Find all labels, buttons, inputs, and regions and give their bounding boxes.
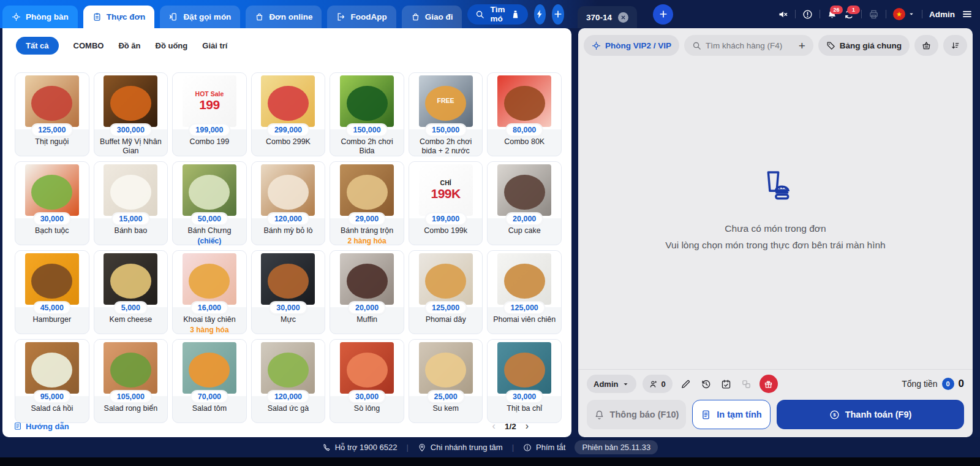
main-menu-button[interactable] <box>962 9 973 20</box>
basket-button[interactable] <box>914 35 938 56</box>
product-card[interactable]: 30,000Sò lông <box>330 339 404 423</box>
product-price: 125,000 <box>426 302 466 313</box>
menu-search-placeholder: Tìm mó <box>490 5 505 23</box>
reservation-button[interactable] <box>719 379 733 389</box>
product-card[interactable]: 120,000Bánh mỳ bỏ lò <box>251 161 326 245</box>
print-provisional-button[interactable]: In tạm tính <box>692 400 771 429</box>
product-card[interactable]: 30,000Mực <box>251 250 326 334</box>
product-card[interactable]: 125,000Phomai viên chiên <box>487 250 562 334</box>
product-card[interactable]: 125,000Phomai dây <box>409 250 483 334</box>
alerts-button[interactable] <box>802 9 813 20</box>
plus-icon <box>553 9 563 19</box>
product-name: Bạch tuộc <box>18 226 86 235</box>
dollar-icon: $ <box>829 410 840 420</box>
product-price: 105,000 <box>111 391 151 402</box>
nav-tabs: Phòng bànThực đơnĐặt gọi mónĐơn onlineFo… <box>2 0 467 28</box>
history-button[interactable] <box>699 379 713 389</box>
add-customer-button[interactable]: + <box>799 40 805 52</box>
category-combo[interactable]: COMBO <box>74 41 104 50</box>
product-card[interactable]: HOT Sale199199,000Combo 199 <box>172 72 247 156</box>
category-do-uong[interactable]: Đồ uống <box>156 41 188 50</box>
divider <box>795 10 796 18</box>
language-selector[interactable]: ★ <box>893 8 915 20</box>
flag-vn-icon: ★ <box>893 8 905 20</box>
shortcuts-link[interactable]: Phím tắt <box>523 443 565 452</box>
product-card[interactable]: 29,000Bánh tráng trộn2 hàng hóa <box>330 161 404 245</box>
product-card[interactable]: 105,000Salad rong biển <box>94 339 168 423</box>
category-tabs: Tất cảCOMBOĐồ ănĐồ uốngGiải trí <box>2 28 571 55</box>
product-name: Salad cá hồi <box>18 404 86 413</box>
product-price: 30,000 <box>34 213 70 224</box>
guide-link[interactable]: Hướng dẫn <box>13 422 69 431</box>
seller-selector[interactable]: Admin <box>587 375 636 393</box>
quick-sale-button[interactable] <box>534 4 546 25</box>
room-selector[interactable]: Phòng VIP2 / VIP <box>584 35 679 56</box>
product-card[interactable]: 20,000Muffin <box>330 250 404 334</box>
product-card[interactable]: 30,000Thịt ba chỉ <box>487 339 562 423</box>
close-order-tab-button[interactable] <box>618 12 628 23</box>
product-price: 150,000 <box>426 124 466 136</box>
product-card[interactable]: 50,000Bánh Chưng(chiếc) <box>172 161 247 245</box>
product-card[interactable]: 15,000Bánh bao <box>94 161 168 245</box>
product-card[interactable]: 299,000Combo 299K <box>251 72 326 156</box>
pay-button[interactable]: $ Thanh toán (F9) <box>777 400 964 429</box>
new-order-tab-button[interactable] <box>653 4 673 25</box>
product-card[interactable]: 5,000Kem cheese <box>94 250 168 334</box>
tab-thuc-don[interactable]: Thực đơn <box>83 6 155 28</box>
table-icon <box>592 41 601 50</box>
product-card[interactable]: 70,000Salad tôm <box>172 339 247 423</box>
print-button[interactable] <box>869 9 879 20</box>
next-page-button[interactable]: › <box>526 421 529 431</box>
category-giai-tri[interactable]: Giải trí <box>202 41 227 50</box>
product-card[interactable]: 150,000Combo 2h chơi Bida <box>330 72 404 156</box>
caret-down-icon <box>908 10 915 18</box>
gift-icon <box>764 380 773 389</box>
tab-phong-ban[interactable]: Phòng bàn <box>2 6 78 28</box>
tab-giao-di[interactable]: Giao đi <box>402 6 462 28</box>
split-order-button[interactable] <box>739 379 753 389</box>
customer-search-input[interactable]: Tìm khách hàng (F4) + <box>684 35 813 56</box>
product-name: Combo 2h chơi Bida <box>333 137 401 156</box>
product-card[interactable]: 95,000Salad cá hồi <box>15 339 89 423</box>
product-price: 125,000 <box>505 302 545 313</box>
pin-icon <box>418 443 426 452</box>
divider: | <box>406 443 408 452</box>
menu-search-input[interactable]: Tìm mó <box>467 4 527 25</box>
price-list-selector[interactable]: Bảng giá chung <box>818 35 910 56</box>
notify-button[interactable]: Thông báo (F10) <box>587 400 686 429</box>
product-card[interactable]: 80,000Combo 80K <box>487 72 562 156</box>
prev-page-button[interactable]: ‹ <box>492 421 496 431</box>
total-value: 0 <box>959 378 964 390</box>
product-card[interactable]: 45,000Hamburger <box>15 250 89 334</box>
sort-button[interactable] <box>943 35 967 56</box>
product-card[interactable]: CHỈ199K199,000Combo 199k <box>409 161 483 245</box>
product-image: 125,000 <box>488 251 561 307</box>
sync-button[interactable]: 1 <box>844 9 854 20</box>
pagination: ‹ 1/2 › <box>492 421 529 431</box>
info-icon <box>523 443 532 452</box>
category-tat-ca[interactable]: Tất cả <box>16 37 59 55</box>
add-item-button[interactable] <box>552 4 564 25</box>
user-menu[interactable]: Admin <box>929 10 955 19</box>
tab-foodapp[interactable]: FoodApp <box>327 6 396 28</box>
order-tab[interactable]: 370-14 <box>578 6 637 28</box>
product-card[interactable]: 30,000Bạch tuộc <box>15 161 89 245</box>
guide-icon <box>13 422 22 430</box>
product-card[interactable]: 120,000Salad ức gà <box>251 339 326 423</box>
category-do-an[interactable]: Đồ ăn <box>118 41 140 50</box>
mute-button[interactable] <box>778 9 788 20</box>
promotion-button[interactable] <box>760 375 778 393</box>
product-card[interactable]: 16,000Khoai tây chiên3 hàng hóa <box>172 250 247 334</box>
edit-note-button[interactable] <box>679 379 693 389</box>
tab-dat-goi-mon[interactable]: Đặt gọi món <box>160 6 240 28</box>
tab-don-online[interactable]: Đơn online <box>246 6 322 28</box>
product-card[interactable]: 300,000Buffet Mỹ Vị Nhân Gian <box>94 72 168 156</box>
product-card[interactable]: 20,000Cup cake <box>487 161 562 245</box>
product-card[interactable]: 25,000Su kem <box>409 339 483 423</box>
guest-count[interactable]: 0 <box>643 375 672 393</box>
product-image: 29,000 <box>330 162 404 218</box>
notifications-button[interactable]: 26 <box>827 9 837 20</box>
product-card[interactable]: FREE150,000Combo 2h chơi bida + 2 nước <box>409 72 483 156</box>
weight-icon[interactable] <box>511 10 520 19</box>
product-card[interactable]: 125,000Thịt nguội <box>15 72 89 156</box>
